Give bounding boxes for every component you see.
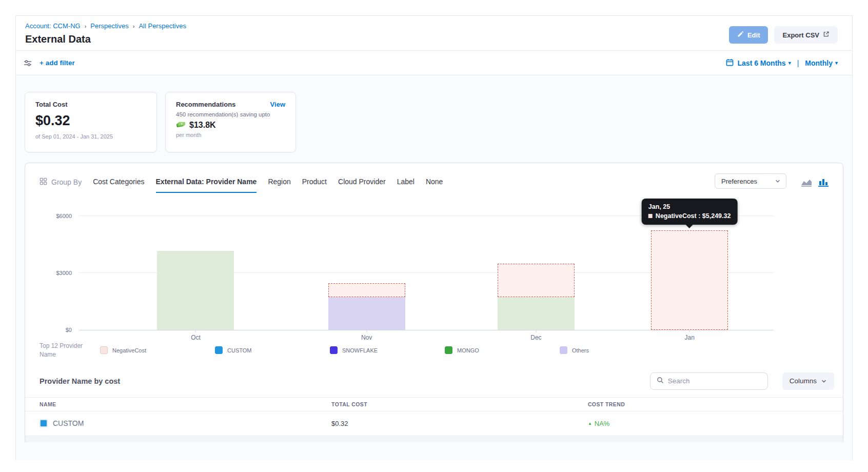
pencil-icon [737, 31, 744, 39]
preferences-label: Preferences [721, 178, 757, 185]
legend-item-mongo[interactable]: MONGO [445, 346, 560, 354]
tab-product[interactable]: Product [302, 178, 327, 193]
group-by-label: Group By [40, 178, 82, 193]
x-axis-tick [195, 330, 196, 332]
table-row[interactable]: CUSTOM $0.32 ▲ NA% [25, 411, 843, 436]
column-header-cost-trend[interactable]: COST TREND [588, 401, 828, 407]
tab-label[interactable]: Label [397, 178, 415, 193]
savings-value: $13.8K [189, 121, 216, 130]
legend-title: Top 12 Provider Name [40, 342, 91, 359]
tab-cost-categories[interactable]: Cost Categories [93, 178, 144, 193]
next-row-partial [25, 436, 843, 442]
tab-region[interactable]: Region [268, 178, 290, 193]
preferences-dropdown[interactable]: Preferences [715, 173, 786, 189]
page-header: Account: CCM-NG › Perspectives › All Per… [16, 16, 852, 51]
provider-color-swatch [40, 419, 48, 427]
total-cost-value: $0.32 [35, 113, 146, 129]
edit-button[interactable]: Edit [729, 26, 768, 44]
caret-down-icon: ▾ [835, 60, 838, 66]
chart-plot: $0$3000$6000OctNovDecJanJan, 25NegativeC… [79, 217, 774, 330]
tooltip-value: NegativeCost : $5,249.32 [656, 212, 731, 220]
export-csv-button[interactable]: Export CSV [774, 26, 838, 44]
filter-settings-icon[interactable] [23, 58, 32, 68]
legend-swatch [560, 346, 567, 354]
time-controls: Last 6 Months ▾ | Monthly ▾ [726, 58, 838, 68]
chevron-down-icon [821, 378, 827, 384]
legend-swatch [330, 346, 338, 354]
column-header-total-cost[interactable]: TOTAL COST [331, 401, 588, 407]
tab-external-data-provider-name[interactable]: External Data: Provider Name [156, 178, 257, 193]
total-cost-label: Total Cost [35, 101, 146, 108]
bar-segment-mongo-dec[interactable] [498, 297, 575, 330]
trend-up-icon: ▲ [588, 421, 592, 426]
tooltip-title: Jan, 25 [648, 203, 731, 210]
legend-swatch [215, 346, 223, 354]
breadcrumb-perspectives[interactable]: Perspectives [90, 22, 128, 30]
x-axis-label: Oct [191, 334, 201, 341]
tab-cloud-provider[interactable]: Cloud Provider [338, 178, 386, 193]
bar-segment-snowflake-nov[interactable] [328, 297, 405, 330]
recommendations-card: Recommendations View 450 recommendation(… [165, 92, 296, 152]
granularity-value: Monthly [805, 59, 833, 67]
chart-tooltip: Jan, 25NegativeCost : $5,249.32 [642, 199, 738, 225]
legend-item-snowflake[interactable]: SNOWFLAKE [330, 346, 445, 354]
row-name-cell[interactable]: CUSTOM [40, 419, 331, 427]
chevron-right-icon: › [85, 23, 87, 29]
content-area: Total Cost $0.32 of Sep 01, 2024 - Jan 3… [16, 75, 852, 460]
chevron-down-icon [775, 178, 781, 184]
area-chart-icon[interactable] [801, 178, 812, 187]
table-title: Provider Name by cost [40, 377, 120, 385]
chart-table-card: Group By Cost Categories External Data: … [25, 163, 843, 442]
recommendations-count-text: 450 recommendation(s) saving upto [176, 111, 285, 117]
legend-item-custom[interactable]: CUSTOM [215, 346, 330, 354]
legend-item-others[interactable]: Others [560, 346, 675, 354]
tooltip-swatch [648, 214, 653, 218]
column-header-name[interactable]: NAME [40, 401, 331, 407]
breadcrumb: Account: CCM-NG › Perspectives › All Per… [25, 22, 186, 30]
group-by-row: Group By Cost Categories External Data: … [25, 163, 843, 193]
x-axis-label: Dec [530, 334, 541, 341]
search-input[interactable] [668, 377, 761, 385]
savings-period: per month [176, 132, 285, 138]
tab-none[interactable]: None [426, 178, 443, 193]
row-cost-trend: ▲ NA% [588, 420, 828, 427]
x-axis-label: Nov [361, 334, 372, 341]
external-link-icon [823, 31, 830, 39]
breadcrumb-all-perspectives[interactable]: All Perspectives [139, 22, 186, 30]
columns-button[interactable]: Columns [782, 372, 834, 390]
total-cost-period: of Sep 01, 2024 - Jan 31, 2025 [35, 133, 146, 140]
cost-chart: $0$3000$6000OctNovDecJanJan, 25NegativeC… [25, 217, 774, 330]
time-range-value: Last 6 Months [738, 59, 786, 67]
summary-cards: Total Cost $0.32 of Sep 01, 2024 - Jan 3… [25, 92, 843, 152]
legend-swatch [100, 346, 108, 354]
search-box[interactable] [650, 372, 768, 390]
time-range-dropdown[interactable]: Last 6 Months ▾ [738, 59, 791, 67]
divider: | [797, 59, 799, 67]
breadcrumb-account[interactable]: Account: CCM-NG [25, 22, 81, 30]
x-axis-tick [689, 330, 690, 332]
bar-segment-negativecost-jan[interactable] [651, 230, 728, 330]
page-title: External Data [25, 33, 186, 45]
add-filter-button[interactable]: + add filter [40, 59, 75, 67]
granularity-dropdown[interactable]: Monthly ▾ [805, 59, 838, 67]
chart-legend: Top 12 Provider Name NegativeCost CUSTOM… [25, 330, 843, 359]
bar-segment-mongo-oct[interactable] [157, 251, 234, 330]
chevron-right-icon: › [133, 23, 135, 29]
legend-item-negativecost[interactable]: NegativeCost [100, 346, 215, 354]
edit-button-label: Edit [747, 31, 760, 39]
perspective-page: Account: CCM-NG › Perspectives › All Per… [15, 15, 853, 460]
y-axis-label: $6000 [56, 213, 72, 219]
calendar-icon [726, 58, 734, 68]
export-csv-label: Export CSV [782, 31, 819, 39]
y-axis-label: $3000 [56, 270, 72, 276]
bar-segment-negativecost-nov[interactable] [328, 283, 405, 297]
caret-down-icon: ▾ [788, 60, 791, 66]
row-total-cost: $0.32 [331, 420, 588, 427]
provider-cost-table: NAME TOTAL COST COST TREND CUSTOM $0.32 … [25, 397, 843, 442]
bar-segment-negativecost-dec[interactable] [498, 264, 575, 298]
view-recommendations-link[interactable]: View [270, 101, 285, 108]
table-controls: Provider Name by cost Columns [25, 359, 843, 397]
tooltip-series-row: NegativeCost : $5,249.32 [648, 212, 731, 220]
bar-chart-icon[interactable] [818, 178, 828, 187]
x-axis-tick [536, 330, 536, 332]
